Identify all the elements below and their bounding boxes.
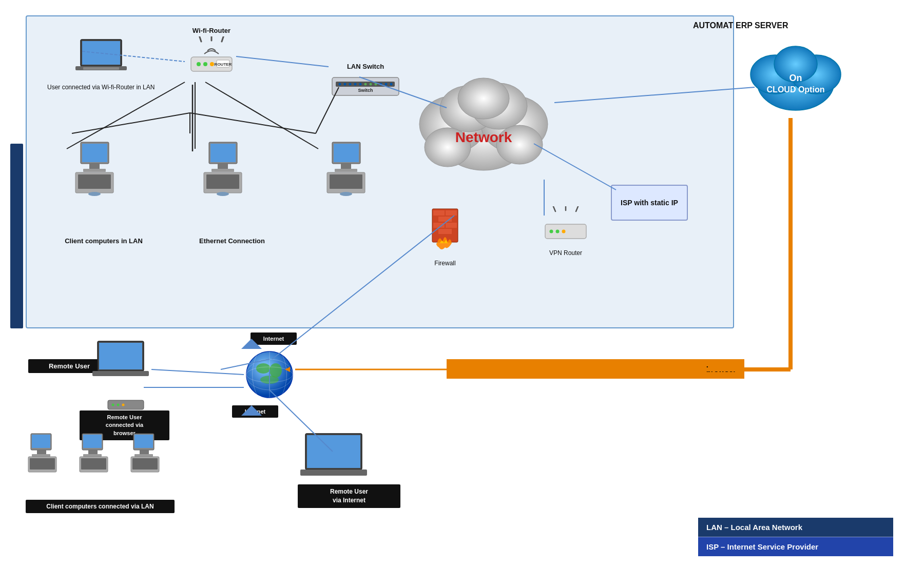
isp-label: ISP with static IP (621, 199, 678, 207)
svg-point-33 (88, 192, 101, 196)
svg-rect-94 (32, 454, 50, 457)
internet-globe (244, 349, 295, 402)
svg-rect-63 (438, 229, 452, 234)
svg-rect-100 (83, 454, 102, 457)
network-cloud: Network (407, 68, 561, 203)
svg-point-78 (256, 363, 271, 374)
svg-rect-39 (206, 174, 239, 189)
svg-rect-3 (83, 67, 119, 70)
svg-rect-98 (83, 435, 102, 448)
svg-rect-42 (334, 144, 359, 162)
svg-line-133 (151, 369, 244, 375)
legend-lan: LAN – Local Area Network (698, 518, 893, 537)
svg-rect-44 (335, 169, 357, 172)
client-computers-remote-label: Client computers connected via LAN (26, 500, 175, 513)
svg-rect-96 (30, 458, 55, 469)
svg-line-64 (553, 206, 555, 211)
firewall-label: Firewall (427, 260, 463, 267)
user-wifi-label: User connected via Wi-fi-Router in LAN (47, 84, 155, 92)
svg-point-9 (203, 62, 207, 66)
svg-rect-108 (132, 458, 158, 469)
svg-rect-28 (82, 144, 107, 162)
svg-point-69 (556, 230, 560, 233)
svg-rect-46 (330, 174, 362, 189)
internet-label-box: Internet (251, 332, 297, 345)
svg-rect-85 (99, 343, 142, 369)
svg-point-68 (550, 230, 553, 233)
legend-isp: ISP – Internet Service Provider (698, 537, 893, 556)
svg-rect-29 (89, 164, 100, 169)
svg-point-22 (375, 83, 377, 86)
svg-rect-104 (134, 435, 153, 448)
svg-point-17 (349, 83, 352, 86)
svg-rect-105 (140, 450, 149, 454)
svg-rect-92 (32, 435, 50, 448)
desktop-computer-1 (68, 140, 119, 203)
svg-rect-58 (433, 210, 445, 216)
svg-rect-110 (307, 435, 360, 468)
svg-point-70 (562, 230, 566, 233)
lan-box: User connected via Wi-fi-Router in LAN W… (26, 15, 734, 328)
svg-point-47 (340, 192, 352, 196)
svg-rect-61 (433, 223, 445, 228)
internet-label-box-2: Internet (232, 405, 278, 418)
client-computers-label: Client computers in LAN (52, 237, 155, 245)
desktop-computer-2 (196, 140, 247, 203)
svg-text:On: On (790, 73, 802, 83)
svg-rect-43 (341, 164, 351, 169)
cloud-option: On CLOUD Option (744, 36, 847, 120)
svg-rect-35 (210, 144, 236, 162)
svg-point-21 (370, 83, 372, 86)
vpn-router-device: VPN Router (540, 206, 591, 257)
svg-point-25 (390, 83, 393, 86)
svg-line-66 (576, 206, 579, 211)
erp-server-label: AUTOMAT ERP SERVER (693, 21, 788, 31)
svg-point-18 (354, 83, 357, 86)
svg-point-16 (344, 83, 346, 86)
desktop-cluster: Client computers connected via LAN (26, 431, 180, 513)
browser-bar: browser (447, 359, 744, 379)
svg-rect-102 (81, 458, 106, 469)
svg-text:Switch: Switch (358, 88, 373, 93)
isp-box: ISP with static IP (611, 185, 688, 221)
desktop-computer-3 (319, 140, 371, 203)
remote-laptop-label: Remote Uservia Internet (298, 484, 400, 508)
legend-box: LAN – Local Area Network ISP – Internet … (698, 518, 893, 556)
lan-switch-device: LAN Switch Switch (330, 63, 401, 103)
browser-label: browser (706, 365, 736, 374)
svg-line-4 (199, 36, 201, 42)
svg-point-24 (385, 83, 388, 86)
svg-rect-1 (82, 41, 120, 65)
svg-point-79 (270, 363, 282, 378)
svg-point-8 (197, 62, 201, 66)
svg-point-15 (339, 83, 341, 86)
svg-rect-106 (134, 454, 153, 457)
svg-line-6 (222, 36, 224, 42)
svg-point-53 (458, 78, 509, 119)
svg-text:CLOUD Option: CLOUD Option (767, 85, 825, 94)
svg-rect-36 (218, 164, 228, 169)
svg-point-20 (364, 83, 367, 86)
remote-laptop (90, 339, 151, 384)
svg-text:ROUTER: ROUTER (215, 62, 232, 67)
ethernet-label: Ethernet Connection (181, 237, 283, 245)
vpn-router-label: VPN Router (540, 249, 591, 257)
svg-rect-32 (78, 174, 111, 189)
svg-rect-30 (83, 169, 106, 172)
remote-laptop-bottom: Remote Uservia Internet (298, 431, 400, 508)
svg-text:Network: Network (455, 129, 512, 145)
wifi-router-device: Wi-fi-Router ROUTER (186, 27, 237, 80)
svg-rect-60 (438, 217, 452, 222)
svg-rect-59 (446, 210, 457, 216)
svg-point-40 (217, 192, 229, 196)
svg-rect-99 (88, 450, 98, 454)
svg-rect-62 (446, 223, 457, 228)
svg-point-23 (380, 83, 382, 86)
svg-rect-93 (37, 450, 46, 454)
svg-point-88 (112, 404, 114, 406)
svg-rect-37 (211, 169, 234, 172)
firewall-device: Firewall (427, 206, 463, 267)
left-decorative-bar (10, 144, 23, 328)
svg-point-90 (122, 404, 125, 406)
wifi-router-title: Wi-fi-Router (186, 27, 237, 34)
